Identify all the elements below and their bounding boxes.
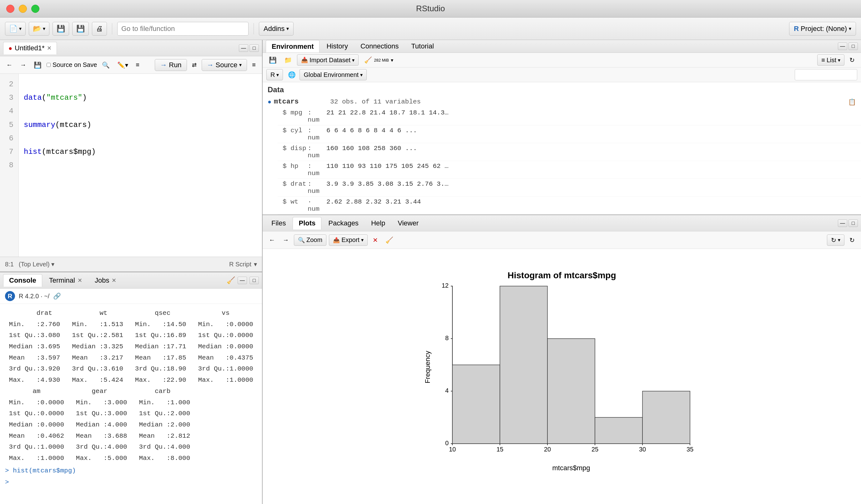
x-label-10: 10: [449, 446, 456, 453]
source-on-save-label: Source on Save: [46, 61, 97, 68]
console-prompt-empty[interactable]: >: [5, 477, 257, 488]
var-drat-row: $ drat : num 3.9 3.9 3.85 3.08 3.15 2.76…: [278, 179, 861, 197]
script-type-chevron[interactable]: ▾: [254, 260, 257, 268]
mtcars-name: mtcars: [274, 98, 330, 106]
clear-console-icon[interactable]: 🧹: [227, 276, 235, 285]
tab-packages[interactable]: Packages: [323, 217, 364, 230]
maximize-button[interactable]: [31, 5, 39, 13]
save-all-button[interactable]: 💾: [72, 22, 89, 36]
main-toolbar: 📄 ▾ 📂 ▾ 💾 💾 🖨 Addins ▾ R Project: (None)…: [0, 17, 861, 40]
x-axis-label: mtcars$mpg: [552, 464, 590, 472]
jobs-close-icon[interactable]: ✕: [112, 277, 116, 284]
editor-tabs: ● Untitled1* ✕ — □: [0, 40, 262, 56]
console-output-am-min: Min. :0.0000 Min. :3.000 Min. :1.000: [5, 397, 257, 408]
tab-plots[interactable]: Plots: [292, 217, 322, 230]
tab-close-icon[interactable]: ✕: [47, 45, 52, 52]
save-button[interactable]: 💾: [53, 22, 69, 36]
maximize-plot-button[interactable]: □: [848, 219, 858, 227]
source-button[interactable]: → Source ▾: [202, 59, 247, 71]
bar-20-25: [547, 339, 595, 444]
new-file-button[interactable]: 📄 ▾: [5, 22, 26, 36]
editor-tab-label: Untitled1*: [15, 44, 44, 52]
code-tools-button[interactable]: ✏️▾: [115, 60, 131, 70]
search-button[interactable]: 🔍: [99, 60, 112, 70]
refresh-env-button[interactable]: ↻: [847, 55, 857, 65]
code-editor[interactable]: 2 3 4 5 6 7 8 data("mtcars") summary(mtc…: [0, 74, 262, 257]
tab-tutorial[interactable]: Tutorial: [406, 40, 440, 53]
y-label-8: 8: [445, 335, 449, 341]
load-env-button[interactable]: 📁: [282, 55, 295, 65]
script-type: R Script: [229, 261, 251, 268]
terminal-close-icon[interactable]: ✕: [78, 277, 82, 284]
maximize-editor-button[interactable]: □: [249, 44, 259, 52]
tab-connections[interactable]: Connections: [355, 40, 404, 53]
print-button[interactable]: 🖨: [92, 22, 107, 36]
new-file-icon: 📄: [9, 25, 17, 33]
tutorial-tab-label: Tutorial: [411, 42, 434, 50]
tab-jobs[interactable]: Jobs ✕: [89, 274, 122, 287]
tab-history[interactable]: History: [321, 40, 353, 53]
tab-console[interactable]: Console: [3, 274, 42, 287]
import-dataset-button[interactable]: 📥 Import Dataset ▾: [297, 54, 359, 66]
tab-terminal[interactable]: Terminal ✕: [43, 274, 88, 287]
close-button[interactable]: [6, 5, 14, 13]
chevron-down-icon4: ▾: [849, 26, 851, 31]
list-view-button[interactable]: ≡ List ▾: [817, 54, 845, 66]
console-output-max: Max. :4.930 Max. :5.424 Max. :22.90 Max.…: [5, 374, 257, 386]
r-logo: R: [5, 291, 15, 301]
minimize-console-button[interactable]: —: [237, 277, 247, 284]
chevron-down-icon3: ▾: [286, 26, 289, 31]
environment-tab-label: Environment: [272, 42, 314, 51]
list-icon: ≡: [821, 57, 825, 64]
mtcars-row[interactable]: ● mtcars 32 obs. of 11 variables 📋: [263, 96, 861, 108]
rerun-button[interactable]: ⇄: [190, 60, 199, 70]
project-button[interactable]: R Project: (None) ▾: [789, 22, 856, 36]
app-title: RStudio: [416, 4, 445, 13]
memory-indicator: 🧹 282 MiB ▾: [364, 56, 393, 64]
plot-back-button[interactable]: ←: [266, 235, 278, 245]
clear-plots-button[interactable]: 🧹: [383, 235, 396, 245]
minimize-editor-button[interactable]: —: [239, 44, 248, 52]
bar-25-30: [595, 418, 642, 444]
forward-button[interactable]: →: [17, 60, 29, 70]
editor-tab-untitled1[interactable]: ● Untitled1* ✕: [3, 42, 57, 54]
more-options-button[interactable]: ≡: [249, 60, 258, 70]
plot-forward-button[interactable]: →: [280, 235, 291, 245]
tab-viewer[interactable]: Viewer: [392, 217, 424, 230]
run-button[interactable]: → Run: [155, 59, 187, 71]
remove-plot-button[interactable]: ✕: [370, 235, 381, 245]
maximize-console-button[interactable]: □: [249, 277, 259, 284]
plot-reload-button[interactable]: ↻: [847, 234, 857, 246]
open-file-button[interactable]: 📂 ▾: [29, 22, 50, 36]
console-path-link[interactable]: 🔗: [53, 292, 61, 300]
save-file-button[interactable]: 💾: [31, 60, 44, 70]
tab-environment[interactable]: Environment: [266, 40, 319, 53]
source-on-save-checkbox[interactable]: [46, 63, 51, 67]
r-select-button[interactable]: R ▾: [266, 69, 283, 80]
export-button[interactable]: 📤 Export ▾: [329, 234, 368, 246]
addins-button[interactable]: Addins ▾: [259, 22, 293, 36]
plot-tabs: Files Plots Packages Help Viewer — □: [263, 215, 861, 231]
tab-help[interactable]: Help: [366, 217, 391, 230]
plot-refresh-button[interactable]: ↻ ▾: [827, 234, 845, 246]
back-button[interactable]: ←: [4, 60, 15, 70]
maximize-env-button[interactable]: □: [848, 42, 858, 50]
var-wt-row: $ wt · num 2.62 2.88 2.32 3.21 3.44: [278, 197, 861, 215]
console-output-am-header: am gear carb: [5, 386, 257, 397]
line-numbers: 2 3 4 5 6 7 8: [0, 74, 19, 257]
zoom-button[interactable]: 🔍 Zoom: [294, 234, 326, 246]
doc-outline-button[interactable]: ≡: [133, 60, 142, 70]
minimize-button[interactable]: [19, 5, 27, 13]
global-env-button[interactable]: Global Environment ▾: [300, 69, 367, 80]
env-search-input[interactable]: [795, 69, 857, 80]
left-panel: ● Untitled1* ✕ — □ ← → 💾 Source on Save …: [0, 40, 263, 504]
tab-files[interactable]: Files: [266, 217, 291, 230]
project-label: Project: (None): [801, 25, 847, 33]
console-content[interactable]: drat wt qsec vs Min. :2.760 Min. :1.513 …: [0, 304, 262, 504]
minimize-env-button[interactable]: —: [838, 42, 847, 50]
minimize-plot-button[interactable]: —: [838, 219, 847, 227]
table-view-icon[interactable]: 📋: [848, 98, 856, 106]
code-content[interactable]: data("mtcars") summary(mtcars) hist(mtca…: [19, 74, 262, 257]
save-env-button[interactable]: 💾: [266, 55, 279, 65]
goto-input[interactable]: [117, 22, 248, 36]
